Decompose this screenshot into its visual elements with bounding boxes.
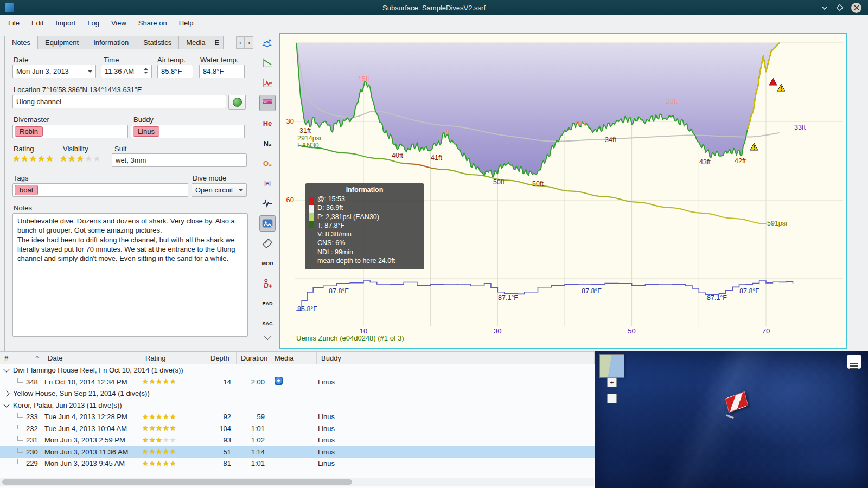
tab-scroll-left-button[interactable]: ‹ [236, 36, 245, 49]
expand-icon[interactable] [3, 390, 9, 396]
maximize-button[interactable] [836, 4, 844, 11]
tab-scroll-right-button[interactable]: › [245, 36, 253, 49]
dive-mode-combobox[interactable]: Open circuit [192, 183, 247, 197]
water-temp-field[interactable]: 84.8°F [199, 65, 245, 78]
dive-profile[interactable]: 31ft2914psiEAN3015ft40ft41ft35ft50ft50ft… [279, 33, 847, 349]
menu-log[interactable]: Log [81, 17, 105, 29]
spinner-buttons[interactable] [141, 65, 148, 78]
buddy-chip[interactable]: Linus [133, 126, 159, 137]
close-button[interactable] [851, 3, 861, 13]
pp-helium-icon[interactable]: He [259, 115, 276, 131]
scrollbar-thumb[interactable] [2, 479, 352, 485]
suit-input[interactable]: wet, 3mm [112, 153, 247, 167]
trip-row[interactable]: Yellow House, Sun Sep 21, 2014 (1 dive(s… [0, 388, 595, 400]
pressure-graph-icon[interactable] [259, 55, 276, 71]
trip-row[interactable]: Koror, Palau, Jun 2013 (11 dive(s)) [0, 400, 595, 412]
ead-icon[interactable]: EAD [259, 296, 276, 312]
time-label: Time [104, 56, 119, 64]
visibility-stars[interactable]: ★★★★★ [60, 154, 101, 163]
buddy-input[interactable]: Linus [131, 125, 245, 138]
tissues-icon[interactable]: |A| [259, 175, 276, 191]
column-header-rating[interactable]: Rating [141, 352, 206, 364]
sac-icon[interactable]: SAC [259, 316, 276, 332]
trip-label: Koror, Palau, Jun 2013 (11 dive(s)) [13, 401, 122, 409]
tab-statistics[interactable]: Statistics [136, 36, 179, 49]
star-icon: ★ [149, 436, 156, 444]
dive-mode-value: Open circuit [195, 186, 233, 194]
air-temp-value: 85.8°F [161, 67, 182, 75]
pp-oxygen-icon[interactable]: O₂ [259, 155, 276, 171]
warning-icon: ! [777, 84, 785, 92]
map-zoom-out-button[interactable]: − [607, 394, 617, 403]
dive-row[interactable]: 348Fri Oct 10, 2014 12:34 PM★★★★★142:00L… [0, 376, 595, 388]
globe-icon [233, 98, 242, 107]
collapse-icon[interactable] [3, 401, 9, 407]
location-input[interactable]: Ulong channel [12, 95, 226, 108]
dive-flag-marker[interactable] [725, 391, 748, 413]
minimize-button[interactable] [821, 5, 828, 10]
star-icon: ★ [142, 413, 149, 421]
trip-row[interactable]: Divi Flamingo House Reef, Fri Oct 10, 20… [0, 364, 595, 376]
date-combobox[interactable]: Mon Jun 3, 2013 [12, 65, 96, 78]
menu-view[interactable]: View [105, 17, 132, 29]
dive-number: 231 [26, 436, 38, 444]
map-overview-inset[interactable] [599, 354, 624, 378]
tooltip-line: V: 8.3ft/min [317, 230, 420, 239]
menu-import[interactable]: Import [49, 17, 81, 29]
tab-e[interactable]: E [213, 36, 224, 49]
rating-stars[interactable]: ★★★★★ [12, 154, 54, 163]
column-header-buddy[interactable]: Buddy [317, 352, 595, 364]
collapse-icon[interactable] [3, 367, 9, 373]
photos-icon[interactable] [259, 215, 276, 232]
tags-input[interactable]: boat [12, 183, 188, 197]
notes-textarea[interactable]: Unbelievable dive. Dozens and dozens of … [12, 213, 248, 337]
map-widget[interactable]: + − [595, 351, 868, 488]
air-temp-field[interactable]: 85.8°F [157, 65, 193, 78]
dc-ceiling-icon[interactable] [259, 95, 276, 111]
star-icon: ★ [156, 425, 162, 432]
tab-information[interactable]: Information [86, 36, 136, 49]
column-header-date[interactable]: Date [43, 352, 141, 364]
tab-equipment[interactable]: Equipment [37, 36, 86, 49]
column-header-[interactable]: #^ [0, 352, 43, 364]
map-menu-button[interactable] [847, 355, 861, 369]
temperature-graph-icon[interactable] [259, 75, 276, 91]
swimmer-icon[interactable] [259, 35, 276, 51]
star-icon: ★ [60, 154, 67, 163]
pp-nitrogen-icon[interactable]: N₂ [259, 135, 276, 151]
ruler-icon[interactable] [259, 235, 276, 252]
dive-depth: 93 [206, 436, 237, 444]
divemaster-input[interactable]: Robin [12, 125, 128, 138]
heart-rate-icon[interactable] [259, 195, 276, 211]
dive-row[interactable]: 232Tue Jun 4, 2013 10:04 AM★★★★★1041:01L… [0, 423, 595, 435]
column-header-media[interactable]: Media [270, 352, 317, 364]
map-lookup-button[interactable] [228, 95, 246, 110]
map-zoom-in-button[interactable]: + [607, 377, 617, 387]
column-header-duration[interactable]: Duration [237, 352, 270, 364]
tab-media[interactable]: Media [178, 36, 213, 49]
depth-label: 41ft [431, 154, 442, 162]
divemaster-chip[interactable]: Robin [15, 126, 43, 137]
dive-row[interactable]: 229Mon Jun 3, 2013 9:45 AM★★★★★811:01Lin… [0, 458, 595, 470]
menu-help[interactable]: Help [173, 17, 200, 29]
star-icon: ★ [12, 154, 20, 163]
time-spinbox[interactable]: 11:36 AM [101, 65, 152, 78]
star-icon: ★ [156, 460, 162, 467]
toolbar-scroll-down-icon[interactable] [257, 333, 278, 342]
dive-row[interactable]: 231Mon Jun 3, 2013 2:59 PM★★★★★931:02Lin… [0, 434, 595, 446]
dive-row[interactable]: 230Mon Jun 3, 2013 11:36 AM★★★★★511:14Li… [0, 446, 595, 458]
horizontal-scrollbar[interactable] [0, 478, 594, 486]
pp-oxygen-glyph: O₂ [263, 159, 272, 168]
depth-axis-tick: 30 [286, 117, 294, 125]
tab-notes[interactable]: Notes [4, 36, 38, 49]
mod-icon[interactable]: MOD [259, 255, 276, 272]
profile-tooltip[interactable]: Information @: 15:53D: 36.9ftP: 2,381psi… [305, 183, 424, 269]
diver-calc-icon[interactable] [259, 275, 276, 292]
menu-edit[interactable]: Edit [25, 17, 49, 29]
tag-chip[interactable]: boat [15, 185, 38, 195]
dive-row[interactable]: 233Tue Jun 4, 2013 12:28 PM★★★★★9259Linu… [0, 411, 595, 423]
column-header-depth[interactable]: Depth [206, 352, 237, 364]
star-icon: ★ [170, 436, 176, 444]
menu-file[interactable]: File [2, 17, 25, 29]
menu-share-on[interactable]: Share on [132, 17, 173, 29]
